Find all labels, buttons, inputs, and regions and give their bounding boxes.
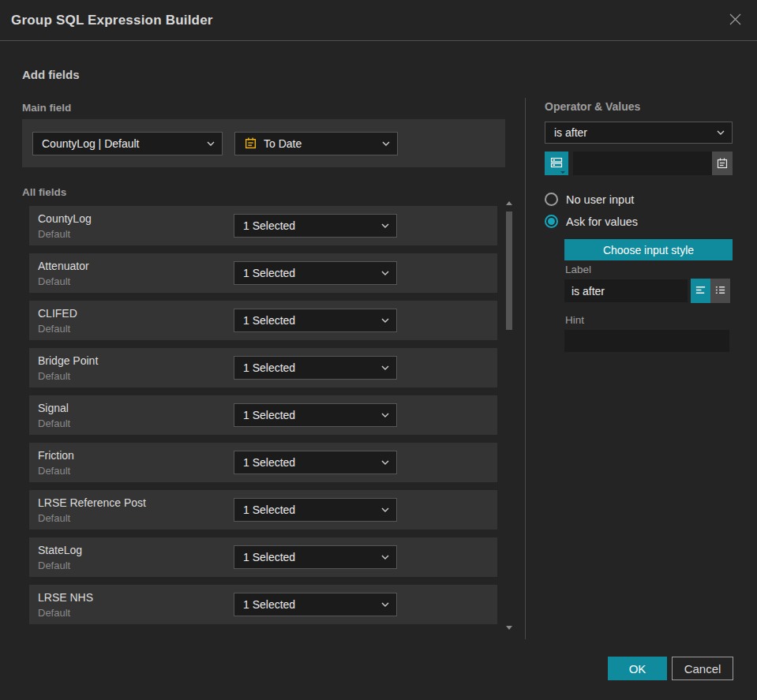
field-row: LRSE Reference Post Default 1 Selected: [29, 490, 497, 530]
chevron-down-icon: [381, 555, 389, 560]
chevron-down-icon: [381, 460, 389, 465]
chevron-down-icon: [381, 507, 389, 512]
dialog-title: Group SQL Expression Builder: [11, 13, 213, 28]
titlebar: Group SQL Expression Builder: [0, 0, 757, 41]
main-field-label: Main field: [22, 102, 71, 114]
field-values-select-value: 1 Selected: [243, 314, 375, 327]
vertical-divider: [525, 98, 526, 639]
field-values-select[interactable]: 1 Selected: [234, 451, 397, 474]
chevron-down-icon: [207, 141, 215, 146]
operator-values-heading: Operator & Values: [545, 100, 640, 113]
chevron-down-icon: [381, 318, 389, 323]
radio-ask-for-values[interactable]: Ask for values: [545, 215, 638, 228]
radio-no-user-input[interactable]: No user input: [545, 193, 634, 206]
field-values-select[interactable]: 1 Selected: [234, 214, 397, 238]
chevron-down-icon: [381, 223, 389, 228]
field-values-select[interactable]: 1 Selected: [234, 545, 397, 569]
field-row: Bridge Point Default 1 Selected: [29, 348, 497, 387]
field-values-select-value: 1 Selected: [243, 503, 375, 516]
mini-caret-icon: [560, 171, 565, 174]
chevron-down-icon: [381, 602, 389, 607]
single-line-style-button[interactable]: [691, 279, 710, 303]
hint-input[interactable]: [564, 330, 729, 352]
date-field-select-value: To Date: [264, 137, 376, 150]
value-date-input[interactable]: [573, 152, 712, 175]
field-values-select[interactable]: 1 Selected: [234, 261, 397, 285]
stacked-values-icon: [550, 156, 563, 171]
field-values-select-value: 1 Selected: [243, 551, 375, 563]
radio-ask-for-values-label: Ask for values: [566, 215, 638, 228]
chevron-down-icon: [717, 130, 725, 135]
field-row: Attenuator Default 1 Selected: [29, 253, 497, 293]
scrollbar-thumb[interactable]: [506, 211, 512, 330]
main-field-select[interactable]: CountyLog | Default: [32, 132, 223, 155]
hint-field-label: Hint: [565, 314, 584, 326]
field-row: StateLog Default 1 Selected: [29, 537, 497, 577]
choose-input-style-button[interactable]: Choose input style: [564, 239, 733, 260]
list-style-button[interactable]: [710, 279, 730, 303]
main-field-panel: CountyLog | Default To Date: [22, 119, 505, 167]
ok-button[interactable]: OK: [608, 657, 667, 680]
value-row: [545, 152, 733, 175]
close-button[interactable]: [725, 11, 744, 30]
scroll-down-icon[interactable]: [506, 626, 512, 630]
bulleted-list-icon: [714, 284, 726, 298]
field-values-select[interactable]: 1 Selected: [234, 356, 397, 380]
field-values-select-value: 1 Selected: [243, 409, 375, 421]
list-scrollbar[interactable]: [505, 201, 513, 630]
field-values-select-value: 1 Selected: [243, 361, 375, 374]
operator-select[interactable]: is after: [545, 122, 733, 144]
field-row: Signal Default 1 Selected: [29, 395, 497, 435]
all-fields-label: All fields: [22, 186, 66, 198]
label-row: [564, 279, 733, 303]
chevron-down-icon: [382, 141, 390, 146]
chevron-down-icon: [381, 413, 389, 417]
field-row: CountyLog Default 1 Selected: [29, 206, 497, 245]
field-row: CLIFED Default 1 Selected: [29, 301, 497, 340]
group-sql-expression-builder-dialog: Group SQL Expression Builder Add fields …: [0, 0, 757, 700]
radio-checked-icon: [545, 215, 558, 228]
field-values-select[interactable]: 1 Selected: [234, 403, 397, 427]
all-fields-list: CountyLog Default 1 Selected Attenuator …: [29, 206, 497, 632]
field-row: LRSE NHS Default 1 Selected: [29, 585, 497, 624]
label-field-label: Label: [565, 264, 591, 275]
field-values-select-value: 1 Selected: [243, 456, 375, 469]
add-fields-heading: Add fields: [22, 68, 80, 81]
operator-select-value: is after: [554, 126, 710, 139]
field-values-select-value: 1 Selected: [243, 267, 375, 279]
chevron-down-icon: [381, 365, 389, 370]
align-left-icon: [695, 284, 706, 298]
close-icon: [729, 13, 742, 28]
field-values-select-value: 1 Selected: [243, 598, 375, 611]
date-picker-button[interactable]: [712, 152, 733, 175]
radio-no-user-input-label: No user input: [566, 193, 634, 206]
unique-values-button[interactable]: [545, 152, 568, 175]
calendar-icon: [716, 157, 729, 170]
date-field-select[interactable]: To Date: [234, 132, 398, 155]
field-values-select[interactable]: 1 Selected: [234, 309, 397, 332]
main-field-select-value: CountyLog | Default: [42, 137, 200, 150]
scroll-up-icon[interactable]: [506, 201, 512, 205]
cancel-button[interactable]: Cancel: [672, 657, 733, 680]
field-values-select[interactable]: 1 Selected: [234, 593, 397, 616]
chevron-down-icon: [381, 271, 389, 275]
calendar-icon: [244, 137, 257, 150]
label-input[interactable]: [564, 279, 688, 302]
field-row: Friction Default 1 Selected: [29, 443, 497, 482]
field-values-select-value: 1 Selected: [243, 219, 375, 232]
radio-unchecked-icon: [545, 193, 558, 206]
field-values-select[interactable]: 1 Selected: [234, 498, 397, 522]
